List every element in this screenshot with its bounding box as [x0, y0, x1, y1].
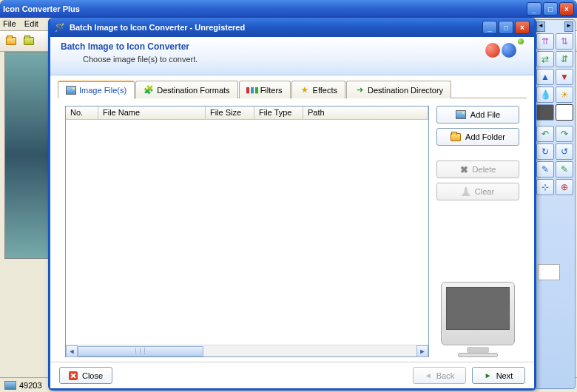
horizontal-scrollbar[interactable]: ◄ ┊┊┊ ► — [66, 345, 428, 356]
button-label: Add Folder — [465, 132, 505, 141]
dialog-footer: Close ◄ Back ► Next — [50, 362, 534, 388]
palette-document-preview — [538, 264, 560, 280]
preview-monitor — [436, 274, 519, 357]
dialog-header-subtitle: Choose image file(s) to convert. — [83, 55, 524, 64]
delete-icon: ✖ — [460, 165, 468, 175]
button-label: Delete — [473, 165, 496, 174]
tab-label: Effects — [313, 86, 337, 95]
tab-label: Destination Directory — [368, 86, 443, 95]
column-path[interactable]: Path — [303, 107, 428, 119]
tab-destination-directory[interactable]: ➜ Destination Directory — [346, 81, 451, 98]
tab-strip: Image File(s) 🧩 Destination Formats ▮▮▮ … — [50, 75, 534, 98]
dialog-close-button[interactable]: × — [515, 21, 530, 34]
button-label: Add File — [470, 110, 500, 119]
dialog-maximize-button[interactable]: □ — [499, 21, 513, 34]
tab-filters[interactable]: ▮▮▮ Filters — [239, 81, 291, 98]
toolbar-copy-icon[interactable] — [21, 33, 37, 50]
menu-file[interactable]: File — [3, 19, 16, 28]
clear-icon — [462, 187, 470, 196]
main-content: No. File Name File Size File Type Path ◄… — [58, 98, 527, 362]
file-list[interactable]: No. File Name File Size File Type Path ◄… — [65, 106, 429, 357]
tool-target-icon[interactable]: ⊕ — [556, 179, 573, 195]
parent-titlebar[interactable]: Icon Converter Plus _ □ × — [0, 0, 577, 18]
tool-arrows-up-icon[interactable]: ⇈ — [536, 33, 554, 50]
tool-swatch-light-icon[interactable] — [556, 104, 573, 121]
tool-palette: ◄ ► ⇈ ⇅ ⇄ ⇵ ▲ ▼ 💧 ☀ ↶ ↷ ↻ ↺ ✎ ✎ ⊹ ⊕ — [534, 19, 576, 389]
tab-label: Image File(s) — [79, 86, 126, 95]
image-icon — [66, 85, 76, 95]
parent-title: Icon Converter Plus — [3, 4, 80, 13]
folder-icon — [451, 133, 461, 141]
header-logo-icon — [485, 43, 524, 58]
dialog-title: Batch Image to Icon Converter - Unregist… — [70, 23, 245, 32]
tab-label: Filters — [260, 86, 283, 95]
button-label: Back — [436, 371, 454, 380]
parent-preview-image — [4, 52, 49, 259]
tool-sun-icon[interactable]: ☀ — [556, 87, 573, 103]
dialog-minimize-button[interactable]: _ — [482, 21, 497, 34]
scroll-track[interactable] — [203, 346, 416, 356]
tab-destination-formats[interactable]: 🧩 Destination Formats — [135, 81, 237, 98]
tool-rotate-right-icon[interactable]: ↷ — [556, 126, 573, 142]
tool-crop-icon[interactable]: ⊹ — [536, 179, 554, 195]
close-button[interactable]: Close — [59, 367, 112, 384]
file-list-body[interactable] — [66, 120, 428, 345]
tool-rotate-left-icon[interactable]: ↶ — [536, 126, 554, 142]
column-filesize[interactable]: File Size — [206, 107, 254, 119]
back-button[interactable]: ◄ Back — [413, 367, 466, 384]
scroll-left-button[interactable]: ◄ — [66, 345, 78, 357]
add-file-button[interactable]: Add File — [436, 106, 519, 124]
formats-icon: 🧩 — [144, 85, 154, 95]
tool-arrows-updown-icon[interactable]: ⇅ — [556, 33, 573, 50]
delete-button[interactable]: ✖ Delete — [436, 160, 519, 178]
close-icon — [69, 371, 78, 380]
add-folder-button[interactable]: Add Folder — [436, 128, 519, 146]
status-thumbnail-icon — [4, 381, 16, 390]
batch-converter-dialog: 🪄 Batch Image to Icon Converter - Unregi… — [48, 18, 536, 391]
scroll-right-button[interactable]: ► — [416, 345, 428, 357]
menu-edit[interactable]: Edit — [24, 19, 38, 28]
tool-triangle-down-icon[interactable]: ▼ — [556, 69, 573, 85]
tab-label: Destination Formats — [157, 86, 229, 95]
button-label: Next — [496, 371, 513, 380]
dialog-header-title: Batch Image to Icon Converter — [61, 41, 524, 52]
column-no[interactable]: No. — [66, 107, 98, 119]
tool-drop-icon[interactable]: 💧 — [536, 87, 554, 103]
tool-triangle-up-icon[interactable]: ▲ — [536, 69, 554, 85]
button-label: Clear — [475, 187, 494, 196]
palette-next-button[interactable]: ► — [564, 21, 573, 32]
button-label: Close — [82, 371, 103, 380]
tool-pencil-green-icon[interactable]: ✎ — [556, 161, 573, 178]
parent-close-button[interactable]: × — [559, 2, 574, 16]
parent-maximize-button[interactable]: □ — [543, 2, 558, 16]
tool-pencil-blue-icon[interactable]: ✎ — [536, 161, 554, 178]
tool-flip-v-icon[interactable]: ⇵ — [556, 51, 573, 67]
arrow-right-icon: ► — [485, 371, 492, 379]
tool-swatch-dark-icon[interactable] — [536, 104, 554, 121]
arrow-left-icon: ◄ — [425, 371, 432, 379]
clear-button[interactable]: Clear — [436, 183, 519, 200]
parent-minimize-button[interactable]: _ — [527, 2, 541, 16]
scroll-thumb[interactable]: ┊┊┊ — [78, 346, 203, 356]
dialog-titlebar[interactable]: 🪄 Batch Image to Icon Converter - Unregi… — [50, 18, 534, 37]
status-coords: 49203 — [19, 381, 42, 390]
directory-icon: ➜ — [354, 85, 365, 95]
side-buttons: Add File Add Folder ✖ Delete Clear — [436, 106, 519, 357]
effects-icon: ★ — [300, 85, 310, 95]
toolbar-open-icon[interactable] — [3, 33, 19, 50]
filters-icon: ▮▮▮ — [247, 85, 257, 95]
column-filetype[interactable]: File Type — [254, 107, 303, 119]
next-button[interactable]: ► Next — [472, 367, 525, 384]
tool-cycle-icon[interactable]: ↺ — [556, 143, 573, 160]
file-list-header: No. File Name File Size File Type Path — [66, 107, 428, 120]
column-filename[interactable]: File Name — [98, 107, 206, 119]
tab-image-files[interactable]: Image File(s) — [58, 81, 135, 98]
dialog-header: Batch Image to Icon Converter Choose ima… — [50, 37, 534, 75]
dialog-app-icon: 🪄 — [55, 23, 65, 33]
palette-prev-button[interactable]: ◄ — [536, 21, 545, 32]
tool-refresh-icon[interactable]: ↻ — [536, 143, 554, 160]
image-icon — [456, 110, 466, 119]
tool-flip-h-icon[interactable]: ⇄ — [536, 51, 554, 67]
tab-effects[interactable]: ★ Effects — [291, 81, 345, 98]
